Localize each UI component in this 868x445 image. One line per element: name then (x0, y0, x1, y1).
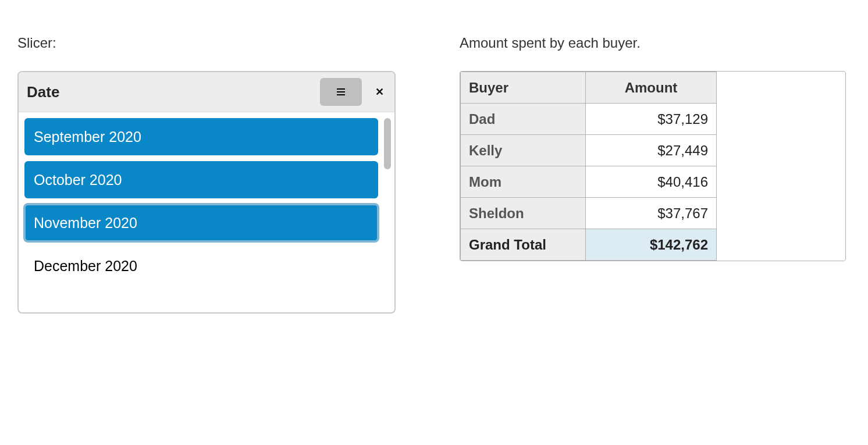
buyer-cell[interactable]: Mom (461, 166, 586, 198)
pivot-section-label: Amount spent by each buyer. (460, 35, 846, 51)
pivot-table: Buyer Amount Dad $37,129 Kelly $27,449 (460, 72, 845, 261)
blank-cell (717, 198, 846, 229)
slicer-header: Date ✕ (19, 72, 394, 112)
slicer-item-label: October 2020 (34, 172, 122, 188)
blank-cell (717, 166, 846, 198)
blank-cell (717, 104, 846, 135)
amount-cell[interactable]: $27,449 (586, 135, 717, 166)
table-row: Dad $37,129 (461, 104, 846, 135)
slicer-item-label: September 2020 (34, 129, 141, 145)
slicer-multiselect-button[interactable] (320, 78, 362, 106)
slicer-body: September 2020 October 2020 November 202… (19, 112, 394, 312)
slicer-items: September 2020 October 2020 November 202… (24, 118, 389, 284)
pivot-column: Amount spent by each buyer. Buyer Amount… (460, 35, 846, 261)
blank-cell (717, 229, 846, 261)
buyer-cell[interactable]: Kelly (461, 135, 586, 166)
pivot-table-wrapper: Buyer Amount Dad $37,129 Kelly $27,449 (460, 71, 846, 261)
blank-cell (717, 135, 846, 166)
amount-header[interactable]: Amount (586, 72, 717, 104)
table-row: Sheldon $37,767 (461, 198, 846, 229)
table-row: Kelly $27,449 (461, 135, 846, 166)
close-icon: ✕ (375, 86, 384, 98)
slicer-item-september-2020[interactable]: September 2020 (24, 118, 378, 155)
slicer-column: Slicer: Date ✕ September 2020 October 20… (17, 35, 396, 314)
blank-header (717, 72, 846, 104)
slicer-panel: Date ✕ September 2020 October 2020 Novem… (17, 71, 396, 314)
scrollbar-track[interactable] (384, 118, 391, 307)
buyer-header[interactable]: Buyer (461, 72, 586, 104)
slicer-item-october-2020[interactable]: October 2020 (24, 161, 378, 198)
grand-total-label[interactable]: Grand Total (461, 229, 586, 261)
grand-total-amount[interactable]: $142,762 (586, 229, 717, 261)
scrollbar-thumb[interactable] (384, 118, 391, 169)
amount-cell[interactable]: $40,416 (586, 166, 717, 198)
grand-total-row: Grand Total $142,762 (461, 229, 846, 261)
table-row: Mom $40,416 (461, 166, 846, 198)
amount-cell[interactable]: $37,129 (586, 104, 717, 135)
slicer-section-label: Slicer: (17, 35, 396, 51)
slicer-item-label: December 2020 (34, 258, 137, 275)
buyer-cell[interactable]: Sheldon (461, 198, 586, 229)
menu-icon (337, 88, 345, 95)
pivot-header-row: Buyer Amount (461, 72, 846, 104)
slicer-title: Date (27, 83, 320, 101)
slicer-item-november-2020[interactable]: November 2020 (24, 204, 378, 241)
amount-cell[interactable]: $37,767 (586, 198, 717, 229)
slicer-item-december-2020[interactable]: December 2020 (24, 247, 378, 284)
slicer-clear-button[interactable]: ✕ (372, 86, 386, 98)
buyer-cell[interactable]: Dad (461, 104, 586, 135)
slicer-item-label: November 2020 (34, 215, 137, 232)
